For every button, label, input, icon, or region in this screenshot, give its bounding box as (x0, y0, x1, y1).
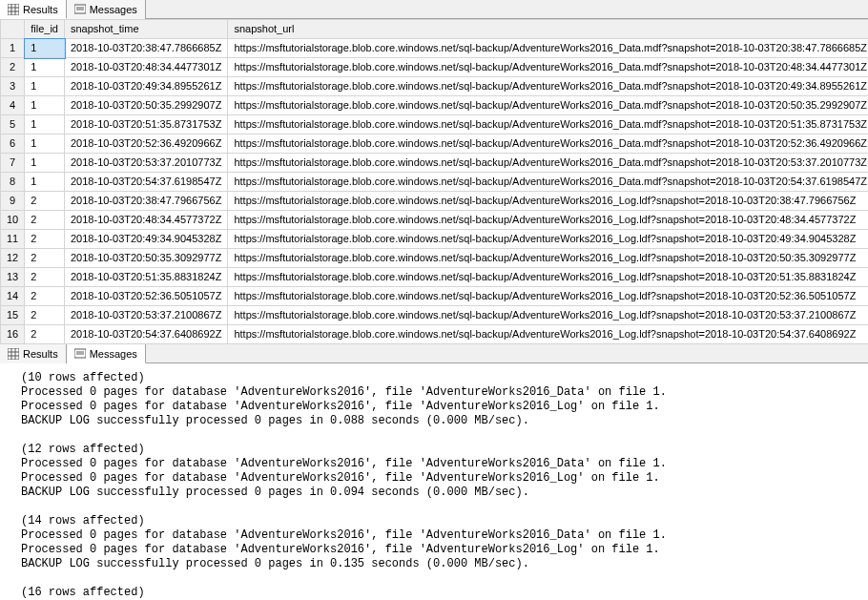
cell-snapshot-time[interactable]: 2018-10-03T20:38:47.7966756Z (65, 192, 228, 211)
row-number[interactable]: 16 (1, 325, 25, 344)
tab-results-label: Results (23, 348, 58, 360)
row-number[interactable]: 14 (1, 287, 25, 306)
row-number[interactable]: 3 (1, 77, 25, 96)
results-tab-bar-bottom: Results Messages (0, 344, 868, 363)
tab-messages-top[interactable]: Messages (67, 0, 146, 19)
row-number[interactable]: 1 (1, 39, 25, 58)
row-header-corner[interactable] (1, 20, 25, 39)
row-number[interactable]: 8 (1, 173, 25, 192)
row-number[interactable]: 6 (1, 134, 25, 154)
cell-snapshot-time[interactable]: 2018-10-03T20:53:37.2100867Z (65, 306, 228, 325)
messages-icon (74, 348, 86, 360)
table-row[interactable]: 1322018-10-03T20:51:35.8831824Zhttps://m… (1, 268, 869, 287)
cell-snapshot-time[interactable]: 2018-10-03T20:52:36.4920966Z (65, 134, 228, 154)
cell-snapshot-time[interactable]: 2018-10-03T20:53:37.2010773Z (65, 154, 228, 173)
table-row[interactable]: 1222018-10-03T20:50:35.3092977Zhttps://m… (1, 249, 869, 268)
row-number[interactable]: 10 (1, 211, 25, 230)
cell-file-id[interactable]: 1 (25, 39, 65, 58)
cell-snapshot-time[interactable]: 2018-10-03T20:54:37.6408692Z (65, 325, 228, 344)
row-number[interactable]: 15 (1, 306, 25, 325)
cell-snapshot-url[interactable]: https://msftutorialstorage.blob.core.win… (228, 115, 868, 134)
cell-file-id[interactable]: 2 (25, 192, 65, 211)
cell-snapshot-time[interactable]: 2018-10-03T20:52:36.5051057Z (65, 287, 228, 306)
col-header-snapshot-time[interactable]: snapshot_time (65, 20, 228, 39)
cell-snapshot-url[interactable]: https://msftutorialstorage.blob.core.win… (228, 230, 868, 249)
row-number[interactable]: 13 (1, 268, 25, 287)
cell-file-id[interactable]: 2 (25, 249, 65, 268)
cell-file-id[interactable]: 2 (25, 211, 65, 230)
cell-snapshot-time[interactable]: 2018-10-03T20:50:35.2992907Z (65, 96, 228, 115)
cell-snapshot-url[interactable]: https://msftutorialstorage.blob.core.win… (228, 58, 868, 77)
cell-snapshot-time[interactable]: 2018-10-03T20:51:35.8731753Z (65, 115, 228, 134)
table-row[interactable]: 1022018-10-03T20:48:34.4577372Zhttps://m… (1, 211, 869, 230)
cell-file-id[interactable]: 1 (25, 173, 65, 192)
cell-file-id[interactable]: 1 (25, 154, 65, 173)
table-row[interactable]: 412018-10-03T20:50:35.2992907Zhttps://ms… (1, 96, 869, 115)
col-header-snapshot-url[interactable]: snapshot_url (228, 20, 868, 39)
table-row[interactable]: 712018-10-03T20:53:37.2010773Zhttps://ms… (1, 154, 869, 173)
table-row[interactable]: 212018-10-03T20:48:34.4477301Zhttps://ms… (1, 58, 869, 77)
tab-messages-label: Messages (90, 348, 137, 360)
cell-snapshot-time[interactable]: 2018-10-03T20:48:34.4577372Z (65, 211, 228, 230)
cell-snapshot-time[interactable]: 2018-10-03T20:49:34.8955261Z (65, 77, 228, 96)
cell-snapshot-url[interactable]: https://msftutorialstorage.blob.core.win… (228, 325, 868, 344)
results-tab-bar-top: Results Messages (0, 0, 868, 19)
row-number[interactable]: 12 (1, 249, 25, 268)
cell-snapshot-url[interactable]: https://msftutorialstorage.blob.core.win… (228, 287, 868, 306)
tab-results-label: Results (23, 4, 58, 15)
results-grid[interactable]: file_id snapshot_time snapshot_url 11201… (0, 19, 868, 344)
cell-snapshot-url[interactable]: https://msftutorialstorage.blob.core.win… (228, 77, 868, 96)
tab-results-bottom[interactable]: Results (0, 344, 67, 363)
messages-icon (74, 4, 86, 15)
table-row[interactable]: 512018-10-03T20:51:35.8731753Zhttps://ms… (1, 115, 869, 134)
cell-snapshot-time[interactable]: 2018-10-03T20:54:37.6198547Z (65, 173, 228, 192)
row-number[interactable]: 11 (1, 230, 25, 249)
tab-results-top[interactable]: Results (0, 0, 67, 19)
cell-snapshot-url[interactable]: https://msftutorialstorage.blob.core.win… (228, 192, 868, 211)
svg-rect-8 (8, 348, 19, 360)
cell-snapshot-url[interactable]: https://msftutorialstorage.blob.core.win… (228, 173, 868, 192)
row-number[interactable]: 5 (1, 115, 25, 134)
table-row[interactable]: 612018-10-03T20:52:36.4920966Zhttps://ms… (1, 134, 869, 154)
cell-file-id[interactable]: 2 (25, 306, 65, 325)
cell-snapshot-url[interactable]: https://msftutorialstorage.blob.core.win… (228, 268, 868, 287)
cell-file-id[interactable]: 2 (25, 230, 65, 249)
table-row[interactable]: 1622018-10-03T20:54:37.6408692Zhttps://m… (1, 325, 869, 344)
cell-snapshot-time[interactable]: 2018-10-03T20:51:35.8831824Z (65, 268, 228, 287)
cell-file-id[interactable]: 2 (25, 287, 65, 306)
table-row[interactable]: 312018-10-03T20:49:34.8955261Zhttps://ms… (1, 77, 869, 96)
row-number[interactable]: 4 (1, 96, 25, 115)
table-row[interactable]: 1122018-10-03T20:49:34.9045328Zhttps://m… (1, 230, 869, 249)
cell-snapshot-time[interactable]: 2018-10-03T20:38:47.7866685Z (65, 39, 228, 58)
cell-file-id[interactable]: 1 (25, 77, 65, 96)
table-row[interactable]: 1522018-10-03T20:53:37.2100867Zhttps://m… (1, 306, 869, 325)
cell-file-id[interactable]: 1 (25, 96, 65, 115)
grid-icon (8, 4, 19, 15)
table-row[interactable]: 112018-10-03T20:38:47.7866685Zhttps://ms… (1, 39, 869, 58)
cell-snapshot-url[interactable]: https://msftutorialstorage.blob.core.win… (228, 154, 868, 173)
tab-messages-bottom[interactable]: Messages (67, 344, 146, 363)
cell-snapshot-time[interactable]: 2018-10-03T20:48:34.4477301Z (65, 58, 228, 77)
table-row[interactable]: 922018-10-03T20:38:47.7966756Zhttps://ms… (1, 192, 869, 211)
row-number[interactable]: 2 (1, 58, 25, 77)
row-number[interactable]: 7 (1, 154, 25, 173)
cell-file-id[interactable]: 1 (25, 115, 65, 134)
cell-snapshot-url[interactable]: https://msftutorialstorage.blob.core.win… (228, 249, 868, 268)
row-number[interactable]: 9 (1, 192, 25, 211)
cell-snapshot-url[interactable]: https://msftutorialstorage.blob.core.win… (228, 39, 868, 58)
cell-file-id[interactable]: 2 (25, 268, 65, 287)
svg-rect-0 (8, 4, 19, 15)
col-header-file-id[interactable]: file_id (25, 20, 65, 39)
table-row[interactable]: 1422018-10-03T20:52:36.5051057Zhttps://m… (1, 287, 869, 306)
cell-snapshot-url[interactable]: https://msftutorialstorage.blob.core.win… (228, 306, 868, 325)
cell-snapshot-time[interactable]: 2018-10-03T20:49:34.9045328Z (65, 230, 228, 249)
cell-file-id[interactable]: 1 (25, 58, 65, 77)
cell-file-id[interactable]: 2 (25, 325, 65, 344)
cell-snapshot-time[interactable]: 2018-10-03T20:50:35.3092977Z (65, 249, 228, 268)
cell-snapshot-url[interactable]: https://msftutorialstorage.blob.core.win… (228, 211, 868, 230)
cell-snapshot-url[interactable]: https://msftutorialstorage.blob.core.win… (228, 96, 868, 115)
cell-snapshot-url[interactable]: https://msftutorialstorage.blob.core.win… (228, 134, 868, 154)
cell-file-id[interactable]: 1 (25, 134, 65, 154)
messages-output[interactable]: (10 rows affected) Processed 0 pages for… (0, 363, 868, 600)
table-row[interactable]: 812018-10-03T20:54:37.6198547Zhttps://ms… (1, 173, 869, 192)
